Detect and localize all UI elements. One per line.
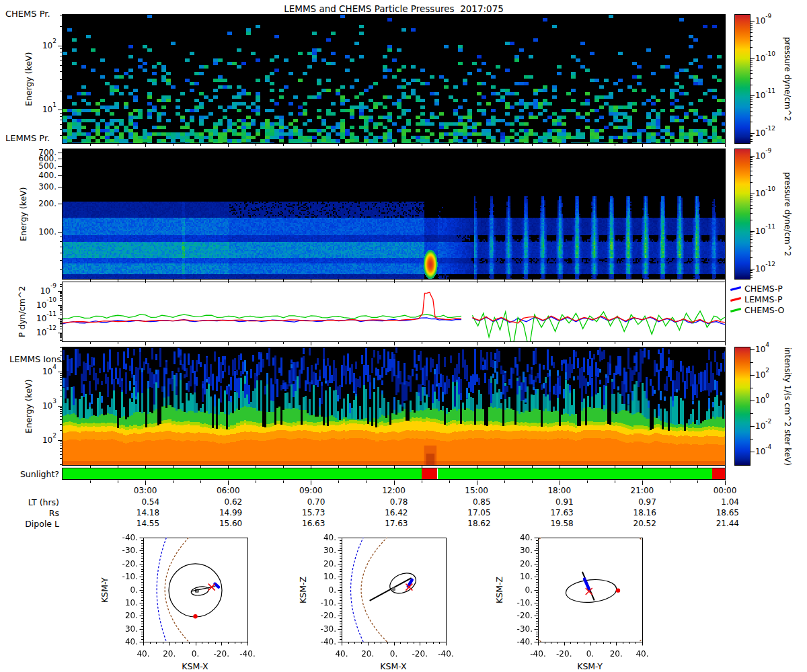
orbit-y-tick-label: 40. — [305, 533, 336, 542]
axis-tick — [751, 257, 753, 258]
axis-tick — [60, 135, 63, 136]
axis-tick — [60, 446, 63, 446]
orbit-y-tick-label: -20. — [107, 559, 138, 569]
axis-tick — [60, 204, 63, 204]
sunlight-segment-shadow — [712, 468, 725, 479]
axis-tick — [60, 321, 63, 321]
axis-tick — [60, 292, 63, 292]
sunlight-segment-sunlit — [63, 468, 422, 479]
legend-label: CHEMS-O — [744, 305, 784, 315]
axis-tick — [60, 113, 63, 114]
orbit-y-tick-label: -40. — [502, 637, 533, 646]
orbit-y-tick-label: 10. — [107, 598, 138, 607]
axis-tick — [615, 480, 615, 483]
axis-tick — [751, 23, 753, 24]
axis-tick — [751, 32, 753, 33]
axis-tick — [60, 355, 63, 355]
axis-tick — [60, 413, 63, 414]
axis-tick — [642, 342, 643, 345]
lemms-ions-spectrogram-panel — [62, 347, 726, 466]
axis-tick — [60, 326, 63, 327]
orbit-plot-ksmy-ksmz-canvas — [531, 532, 646, 646]
axis-tick — [118, 480, 118, 483]
y-tick-label: 200. — [28, 199, 56, 208]
axis-tick — [751, 452, 755, 452]
axis-tick — [311, 144, 311, 147]
y-tick-label: 100. — [28, 227, 56, 237]
orbit-y-tick-label: -30. — [502, 624, 533, 634]
axis-tick — [200, 480, 201, 483]
ephemeris-value: 16.63 — [276, 519, 325, 528]
colorbar-tick-label: 100 — [755, 396, 787, 405]
orbit1-x-axis-title: KSM-X — [155, 661, 235, 671]
orbit-y-tick-label: 0. — [107, 585, 138, 595]
axis-tick — [173, 466, 174, 468]
axis-tick — [311, 466, 311, 469]
axis-tick — [751, 439, 753, 439]
axis-tick — [60, 337, 63, 338]
axis-tick — [697, 342, 698, 344]
lemms-pressure-spectrogram-panel — [62, 149, 726, 280]
axis-tick — [60, 284, 63, 285]
axis-tick — [615, 342, 615, 344]
axis-tick — [58, 232, 63, 233]
axis-tick — [60, 329, 63, 329]
axis-tick — [60, 333, 63, 334]
axis-tick — [751, 205, 753, 206]
y-tick-label: 101 — [28, 105, 56, 114]
axis-tick — [504, 342, 505, 344]
colorbar-tick-label: 10-11 — [755, 91, 787, 100]
axis-tick — [751, 99, 753, 100]
orbit-y-tick-label: 30. — [107, 624, 138, 634]
axis-tick — [60, 175, 63, 176]
axis-tick — [60, 65, 63, 66]
orbit-y-tick-label: 10. — [305, 572, 336, 581]
dipole-l-row-label: Dipole L — [0, 519, 59, 529]
colorbar-tick-label: 104 — [755, 345, 787, 354]
axis-tick — [642, 280, 643, 283]
axis-tick — [256, 342, 256, 344]
axis-tick — [60, 411, 63, 412]
axis-tick — [60, 375, 63, 376]
axis-tick — [90, 144, 91, 146]
axis-tick — [228, 144, 229, 147]
axis-tick — [587, 280, 588, 282]
axis-tick — [60, 26, 63, 27]
orbit-x-tick-label: 40. — [128, 649, 158, 659]
axis-tick — [145, 466, 146, 469]
axis-tick — [58, 46, 63, 46]
axis-tick — [751, 362, 753, 363]
orbit-y-tick-label: 20. — [107, 611, 138, 620]
orbit-y-tick-label: 0. — [305, 585, 336, 595]
axis-tick — [173, 144, 174, 146]
axis-tick — [615, 280, 615, 282]
axis-tick — [751, 157, 753, 158]
axis-tick — [751, 349, 755, 350]
orbit-y-tick-label: -10. — [502, 598, 533, 607]
axis-tick — [60, 430, 63, 431]
axis-tick — [173, 480, 174, 483]
axis-tick — [283, 280, 284, 282]
axis-tick — [58, 372, 63, 372]
time-tick-label: 03:00 — [126, 486, 164, 495]
orbit-y-tick-label: 40. — [107, 637, 138, 646]
axis-tick — [60, 166, 63, 167]
axis-tick — [751, 116, 753, 116]
axis-tick — [751, 202, 753, 202]
panel1-y-axis-title: Energy (keV) — [23, 15, 34, 143]
axis-tick — [394, 480, 395, 485]
axis-tick — [145, 144, 146, 147]
y-tick-label: 500. — [28, 161, 56, 171]
chems-pressure-spectrogram-panel — [62, 14, 726, 144]
axis-tick — [60, 269, 63, 270]
axis-tick — [587, 144, 588, 146]
axis-tick — [477, 480, 477, 485]
ephemeris-value: 0.91 — [525, 497, 574, 507]
pressure-colorbar-title-middle: pressure dyne/cm^2 — [781, 149, 794, 279]
orbit-x-tick-label: -40. — [233, 649, 262, 659]
axis-tick — [60, 308, 63, 308]
lemms-ions-spectrogram-canvas — [63, 347, 725, 465]
axis-tick — [670, 280, 670, 282]
axis-tick — [751, 272, 753, 273]
axis-tick — [751, 62, 753, 62]
